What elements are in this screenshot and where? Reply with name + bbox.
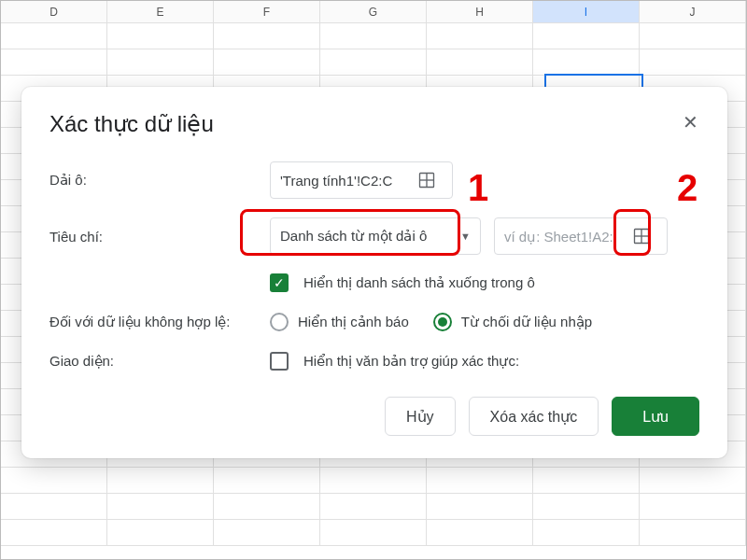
- helptext-checkbox[interactable]: ✓: [270, 352, 289, 371]
- dialog-actions: Hủy Xóa xác thực Lưu: [49, 397, 699, 436]
- check-icon: ✓: [274, 354, 285, 369]
- cancel-button[interactable]: Hủy: [385, 397, 456, 436]
- col-header[interactable]: F: [214, 1, 320, 22]
- dialog-title: Xác thực dữ liệu: [49, 111, 699, 137]
- criteria-range-field[interactable]: [494, 217, 668, 255]
- close-icon: ✕: [683, 111, 698, 133]
- range-row: Dải ô:: [49, 161, 699, 199]
- col-header[interactable]: E: [107, 1, 214, 22]
- criteria-label: Tiêu chí:: [49, 229, 270, 245]
- col-header[interactable]: G: [320, 1, 427, 22]
- radio-warn-label: Hiển thị cảnh báo: [298, 314, 409, 330]
- range-field[interactable]: [270, 161, 453, 199]
- show-dropdown-checkbox[interactable]: ✓: [270, 273, 289, 292]
- chevron-down-icon: ▼: [460, 231, 471, 242]
- radio-reject-label: Từ chối dữ liệu nhập: [461, 314, 592, 330]
- select-range-button[interactable]: [411, 171, 443, 189]
- close-button[interactable]: ✕: [675, 107, 705, 137]
- range-input[interactable]: [280, 173, 411, 189]
- select-criteria-range-button[interactable]: [626, 227, 657, 245]
- save-button[interactable]: Lưu: [612, 397, 699, 436]
- show-dropdown-row: ✓ Hiển thị danh sách thả xuống trong ô: [49, 273, 699, 292]
- radio-option-warn[interactable]: Hiển thị cảnh báo: [270, 313, 409, 331]
- col-header[interactable]: H: [427, 1, 533, 22]
- helptext-label: Hiển thị văn bản trợ giúp xác thực:: [303, 353, 519, 370]
- invalid-data-row: Đối với dữ liệu không hợp lệ: Hiển thị c…: [49, 313, 699, 331]
- grid-icon: [632, 227, 651, 245]
- col-header-active[interactable]: I: [533, 1, 640, 22]
- check-icon: ✓: [274, 275, 285, 290]
- range-label: Dải ô:: [49, 172, 270, 189]
- radio-option-reject[interactable]: Từ chối dữ liệu nhập: [433, 313, 592, 331]
- radio-reject[interactable]: [433, 313, 452, 331]
- column-headers: D E F G H I J: [1, 1, 746, 23]
- col-header[interactable]: J: [640, 1, 746, 22]
- criteria-range-input[interactable]: [504, 229, 626, 245]
- show-dropdown-label: Hiển thị danh sách thả xuống trong ô: [303, 274, 535, 291]
- appearance-row: Giao diện: ✓ Hiển thị văn bản trợ giúp x…: [49, 352, 699, 371]
- appearance-label: Giao diện:: [49, 353, 270, 370]
- data-validation-dialog: Xác thực dữ liệu ✕ Dải ô: Tiêu chí: Danh…: [21, 87, 727, 458]
- criteria-dropdown-value: Danh sách từ một dải ô: [280, 228, 427, 245]
- radio-warn[interactable]: [270, 313, 289, 331]
- remove-validation-button[interactable]: Xóa xác thực: [469, 397, 599, 436]
- criteria-row: Tiêu chí: Danh sách từ một dải ô ▼: [49, 217, 699, 255]
- invalid-label: Đối với dữ liệu không hợp lệ:: [49, 314, 270, 330]
- col-header[interactable]: D: [1, 1, 107, 22]
- criteria-dropdown[interactable]: Danh sách từ một dải ô ▼: [270, 217, 481, 255]
- grid-icon: [417, 171, 436, 189]
